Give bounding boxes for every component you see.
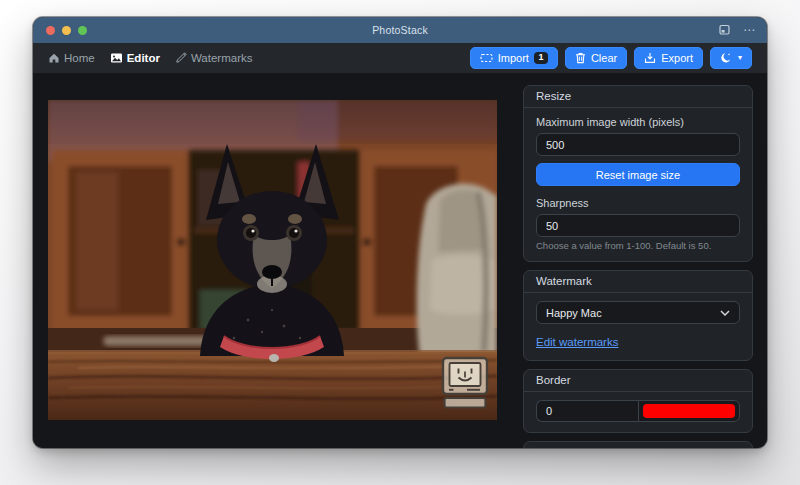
traffic-lights	[46, 17, 87, 43]
sharpness-input[interactable]	[536, 214, 740, 237]
titlebar: PhotoStack ⋯	[33, 17, 767, 43]
window-title: PhotoStack	[372, 24, 428, 36]
import-frame-icon	[480, 52, 493, 64]
import-count-badge: 1	[534, 52, 548, 65]
import-button[interactable]: Import 1	[470, 47, 558, 69]
watermark-happy-mac-icon	[443, 358, 487, 408]
clear-button[interactable]: Clear	[565, 47, 627, 69]
nav-item-label: Editor	[127, 52, 160, 64]
sharpness-help-text: Choose a value from 1-100. Default is 50…	[536, 240, 740, 251]
chevron-down-icon	[720, 310, 730, 316]
crop-card: Crop	[523, 441, 753, 448]
border-width-input[interactable]	[536, 400, 638, 422]
export-icon	[644, 52, 656, 64]
close-window-button[interactable]	[46, 26, 55, 35]
border-color-swatch	[643, 404, 735, 418]
watermark-select[interactable]: Happy Mac	[536, 301, 740, 324]
app-window: PhotoStack ⋯ Home Editor	[33, 17, 767, 448]
border-card: Border	[523, 369, 753, 433]
minimize-window-button[interactable]	[62, 26, 71, 35]
resize-card: Resize Maximum image width (pixels) Rese…	[523, 85, 753, 262]
border-input-group	[536, 400, 740, 422]
nav-item-label: Watermarks	[191, 52, 253, 64]
pencil-icon	[175, 52, 187, 64]
dropdown-caret-icon: ▾	[738, 54, 742, 62]
new-window-icon[interactable]	[718, 24, 731, 36]
navbar: Home Editor Watermarks Import 1	[33, 43, 767, 73]
watermark-selected-value: Happy Mac	[546, 307, 602, 319]
watermark-card: Watermark Happy Mac Edit watermarks	[523, 270, 753, 361]
max-width-label: Maximum image width (pixels)	[536, 116, 740, 129]
resize-card-title: Resize	[524, 86, 752, 108]
crop-card-title: Crop	[524, 442, 752, 448]
nav-item-label: Home	[64, 52, 95, 64]
export-button[interactable]: Export	[634, 47, 703, 69]
house-icon	[48, 52, 60, 64]
settings-sidebar: Resize Maximum image width (pixels) Rese…	[523, 85, 753, 448]
trash-icon	[575, 52, 586, 64]
max-width-input[interactable]	[536, 133, 740, 156]
theme-toggle-button[interactable]: ▾	[710, 47, 752, 69]
photo-preview	[48, 100, 497, 420]
border-color-picker[interactable]	[638, 400, 740, 422]
border-card-title: Border	[524, 370, 752, 392]
dog-photo	[48, 100, 497, 420]
zoom-window-button[interactable]	[78, 26, 87, 35]
import-label: Import	[498, 52, 529, 64]
nav-item-watermarks[interactable]: Watermarks	[175, 52, 253, 64]
editor-content: Resize Maximum image width (pixels) Rese…	[33, 73, 767, 448]
clear-label: Clear	[591, 52, 617, 64]
edit-watermarks-link[interactable]: Edit watermarks	[536, 336, 618, 348]
image-icon	[110, 52, 123, 64]
watermark-card-title: Watermark	[524, 271, 752, 293]
export-label: Export	[661, 52, 693, 64]
nav-item-editor[interactable]: Editor	[110, 52, 160, 64]
nav-item-home[interactable]: Home	[48, 52, 95, 64]
more-menu-icon[interactable]: ⋯	[743, 24, 755, 36]
moon-stars-icon	[720, 52, 732, 64]
sharpness-label: Sharpness	[536, 197, 740, 210]
reset-image-size-button[interactable]: Reset image size	[536, 163, 740, 186]
